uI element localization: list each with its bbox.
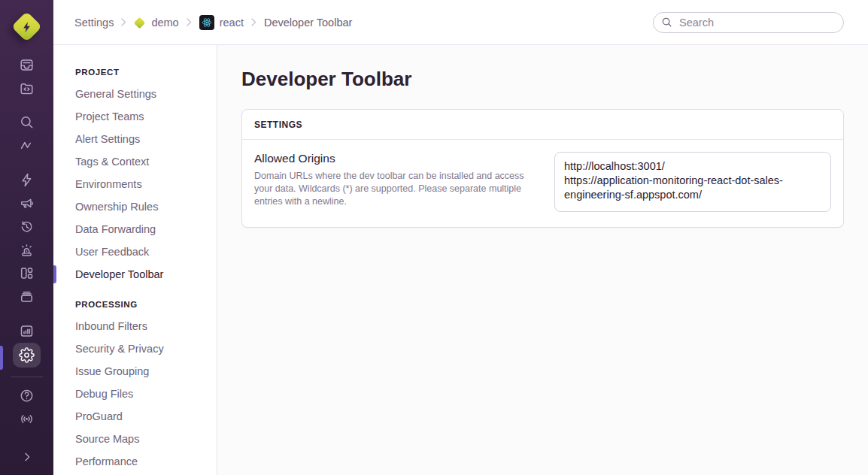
lightning-icon[interactable] [13,168,41,192]
sidebar-item-user-feedback[interactable]: User Feedback [53,241,217,263]
app-root: Settings demo [0,0,868,475]
settings-panel: SETTINGS Allowed Origins Domain URLs whe… [241,109,844,228]
panel-body: Allowed Origins Domain URLs where the de… [242,140,843,227]
rail-group-2 [13,110,41,157]
sidebar-item-label: Performance [75,455,138,467]
sidebar-item-environments[interactable]: Environments [53,173,217,195]
rail-active-indicator [0,346,3,370]
breadcrumb-org-demo[interactable]: demo [134,17,178,29]
sidebar-item-label: Project Teams [75,110,144,123]
search-box[interactable] [653,12,844,33]
chevron-separator-icon [250,17,257,27]
rail-group-footer [13,384,41,431]
issues-icon[interactable] [13,53,41,77]
org-avatar[interactable] [11,10,44,43]
field-control: http://localhost:3001/ https://applicati… [554,152,831,215]
sidebar-item-label: Debug Files [75,388,133,400]
rail-group-4 [13,319,41,368]
history-icon[interactable] [13,215,41,238]
sidebar-item-label: General Settings [75,88,156,100]
main-column: Settings demo [53,0,868,475]
sidebar-item-label: Issue Grouping [75,365,149,377]
stats-icon[interactable] [13,319,41,343]
broadcast-icon[interactable] [13,407,41,431]
breadcrumb: Settings demo [74,15,352,30]
search-input[interactable] [678,16,836,29]
org-logo-diamond-icon [11,11,42,41]
sidebar-item-debug-files[interactable]: Debug Files [53,383,217,405]
panel-header: SETTINGS [242,110,843,140]
sidebar-item-label: Data Forwarding [75,223,156,235]
sidebar-item-issue-grouping[interactable]: Issue Grouping [53,360,217,383]
main-content: Developer Toolbar SETTINGS Allowed Origi… [217,45,868,475]
allowed-origins-label: Allowed Origins [254,152,536,165]
sidebar-item-tags-context[interactable]: Tags & Context [53,150,217,173]
breadcrumb-project-react[interactable]: react [199,15,244,30]
sidebar-item-source-maps[interactable]: Source Maps [53,428,217,450]
sidebar-item-label: Developer Toolbar [75,268,163,280]
org-mini-logo-icon [134,17,146,29]
sidebar-item-label: Inbound Filters [75,320,147,332]
sidebar-item-label: Security & Privacy [75,343,164,355]
help-icon[interactable] [13,384,41,407]
field-meta: Allowed Origins Domain URLs where the de… [254,152,554,215]
sidebar-item-label: Source Maps [75,433,139,445]
chevron-separator-icon [120,17,127,27]
icon-rail [0,0,53,475]
sidebar-item-alert-settings[interactable]: Alert Settings [53,128,217,150]
sidebar-item-general-settings[interactable]: General Settings [53,83,217,105]
sidebar-item-label: Alert Settings [75,133,140,145]
sidebar-item-proguard[interactable]: ProGuard [53,405,217,428]
breadcrumb-org-label: demo [151,17,178,29]
settings-gear-icon[interactable] [13,343,41,368]
sidebar-item-ownership-rules[interactable]: Ownership Rules [53,195,217,218]
chevron-separator-icon [186,17,193,27]
breadcrumb-settings[interactable]: Settings [74,17,114,29]
rail-group-1 [13,53,41,100]
sidebar-item-label: Ownership Rules [75,201,158,213]
page-title: Developer Toolbar [241,68,844,90]
dashboards-icon[interactable] [13,262,41,285]
rail-divider [11,377,43,377]
sidebar-item-label: User Feedback [75,246,149,258]
breadcrumb-current-label: Developer Toolbar [264,17,352,29]
sidebar-item-performance[interactable]: Performance [53,450,217,473]
explore-search-icon[interactable] [13,110,41,134]
chevron-right-icon[interactable] [13,445,41,468]
search-icon [661,17,672,28]
sidebar-item-security-privacy[interactable]: Security & Privacy [53,337,217,360]
allowed-origins-description: Domain URLs where the dev toolbar can be… [254,170,534,208]
sidebar-section-project: PROJECT General Settings Project Teams A… [53,68,217,286]
sidebar-item-developer-toolbar[interactable]: Developer Toolbar [53,263,217,286]
megaphone-icon[interactable] [13,192,41,215]
allowed-origins-textarea[interactable]: http://localhost:3001/ https://applicati… [554,152,831,212]
sidebar-section-processing: PROCESSING Inbound Filters Security & Pr… [53,300,217,473]
sidebar-item-project-teams[interactable]: Project Teams [53,105,217,128]
sidebar-item-label: ProGuard [75,410,123,422]
rail-group-3 [13,168,41,308]
top-bar: Settings demo [53,0,868,45]
sidebar-item-label: Environments [75,178,142,190]
sidebar-item-data-forwarding[interactable]: Data Forwarding [53,218,217,241]
archive-icon[interactable] [13,285,41,308]
section-title-project: PROJECT [75,68,217,77]
projects-icon[interactable] [13,77,41,100]
sidebar-item-label: Tags & Context [75,156,149,168]
lightning-bolt-glyph [21,20,33,32]
breadcrumb-project-label: react [220,17,244,29]
body-row: PROJECT General Settings Project Teams A… [53,45,868,475]
settings-sidebar: PROJECT General Settings Project Teams A… [53,45,217,475]
siren-icon[interactable] [13,238,41,262]
sidebar-item-inbound-filters[interactable]: Inbound Filters [53,315,217,337]
react-logo-icon [199,15,214,30]
breadcrumb-settings-label: Settings [74,17,114,29]
pulse-icon[interactable] [13,134,41,157]
section-title-processing: PROCESSING [75,300,217,309]
breadcrumb-current-page: Developer Toolbar [264,17,352,29]
